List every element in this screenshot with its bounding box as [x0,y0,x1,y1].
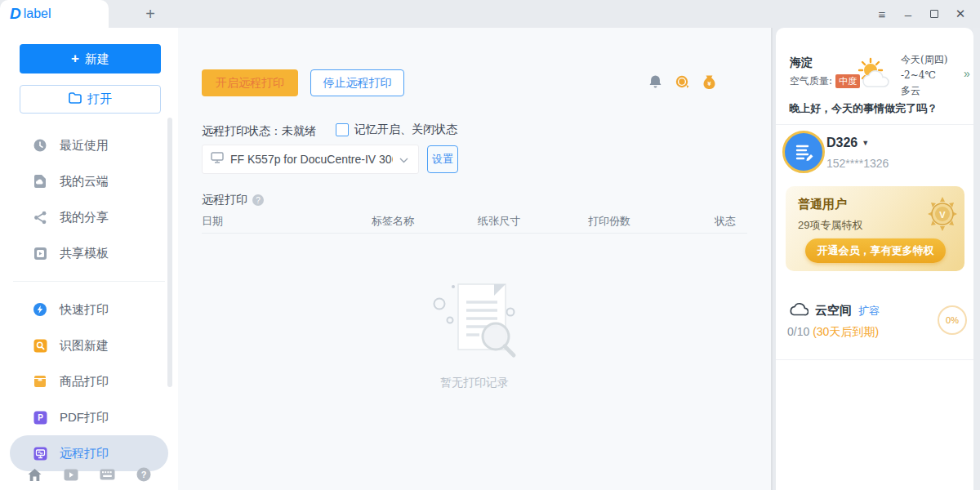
weather-city: 海淀 [790,56,813,70]
avatar[interactable] [782,131,825,173]
titlebar: D label + ≡ – ✕ [0,0,980,28]
scan-magnifier-icon [33,338,47,353]
sidebar-bottom-bar: ? [0,461,178,488]
logo-text: label [24,7,51,21]
help-icon[interactable]: ? [136,466,152,483]
window-controls: ≡ – ✕ [869,0,973,28]
sidebar-item-my-cloud[interactable]: 我的云端 [0,163,178,199]
clock-icon [33,138,47,153]
remote-print-icon [33,446,47,461]
close-button[interactable]: ✕ [947,0,973,28]
cloud-icon [789,302,808,319]
sidebar-item-label: PDF打印 [60,410,109,425]
status-value: 未就绪 [282,124,316,139]
sidebar-item-scan-create[interactable]: 识图新建 [0,327,178,363]
remember-state-label: 记忆开启、关闭状态 [354,122,457,137]
printer-select-value: FF K557p for DocuCentre-IV 3065 [230,153,393,166]
section-help-icon[interactable]: ? [252,194,264,206]
sidebar-item-shared-templates[interactable]: 共享模板 [0,235,178,271]
sidebar-item-goods-print[interactable]: 商品打印 [0,363,178,399]
package-icon [33,374,47,389]
user-section: D326 ▼ 152****1326 [776,125,973,185]
collapse-panel-icon[interactable]: » [964,67,970,80]
column-header-status: 状态 [715,214,736,229]
empty-document-illustration [425,356,523,370]
sidebar-item-pdf-print[interactable]: P PDF打印 [0,399,178,435]
sidebar-item-label: 共享模板 [60,246,109,261]
print-records-table-header: 日期 标签名称 纸张尺寸 打印份数 状态 [202,214,747,234]
air-quality: 空气质量: 中度 [790,74,860,88]
sidebar-scrollbar[interactable] [167,118,172,387]
sidebar-item-label: 我的分享 [60,210,109,225]
svg-text:¥: ¥ [707,80,711,87]
sidebar-item-recent[interactable]: 最近使用 [0,127,178,163]
sidebar-item-quick-print[interactable]: 快速打印 [0,292,178,327]
notification-bell-icon[interactable] [647,74,663,90]
sidebar-item-label: 快速打印 [60,302,109,318]
sidebar-item-label: 识图新建 [60,338,109,354]
empty-state-text: 暂无打印记录 [425,376,523,390]
sidebar: + 新建 打开 最近使用 我的云端 [0,28,178,490]
open-file-button[interactable]: 打开 [20,85,161,114]
maximize-button[interactable] [921,0,947,28]
column-header-copies: 打印份数 [588,214,630,229]
sidebar-nav: 最近使用 我的云端 我的分享 共享模板 [0,127,178,471]
money-bag-icon[interactable]: ¥ [701,74,717,90]
printer-settings-button[interactable]: 设置 [427,145,458,173]
minimize-button[interactable]: – [895,0,921,28]
start-remote-print-button[interactable]: 开启远程打印 [202,69,298,96]
sidebar-item-label: 我的云端 [60,174,109,189]
sun-cloud-icon [854,57,897,93]
empty-state: 暂无打印记录 [425,273,523,390]
status-label: 远程打印状态： [202,124,282,139]
upgrade-membership-button[interactable]: 开通会员，享有更多特权 [805,238,946,263]
member-privileges: 29项专属特权 [798,218,862,233]
sidebar-divider [13,281,165,282]
membership-card: 普通用户 29项专属特权 V 开通会员，享有更多特权 [786,186,964,271]
coin-points-icon[interactable] [674,74,690,90]
plus-icon: + [71,51,79,67]
cloud-space-title: 云空间 [815,303,852,318]
menu-icon[interactable]: ≡ [869,0,895,28]
monitor-icon [211,152,224,167]
new-tab-button[interactable]: + [139,3,162,24]
window-right-scroll-strip [973,28,980,490]
maximize-icon [930,10,938,18]
keyboard-icon[interactable] [99,466,115,483]
svg-text:P: P [38,413,43,422]
new-document-button[interactable]: + 新建 [20,44,161,74]
divider [776,359,973,360]
cloud-usage-percent: 0% [946,315,959,325]
weather-condition: 多云 [901,83,947,99]
video-icon[interactable] [63,466,79,483]
share-icon [33,210,47,225]
svg-text:V: V [939,210,946,220]
column-header-label-name: 标签名称 [372,214,414,229]
sidebar-item-my-shares[interactable]: 我的分享 [0,199,178,235]
user-dropdown-caret-icon: ▼ [862,139,869,147]
main-top-icons: ¥ [647,74,717,90]
folder-icon [69,92,82,106]
lightning-icon [33,302,47,317]
remember-state-checkbox[interactable] [336,123,349,136]
vip-medal-icon: V [926,197,959,234]
username[interactable]: D326 ▼ [826,136,869,150]
cloud-usage-progress-ring: 0% [938,305,967,335]
user-phone: 152****1326 [826,157,889,170]
home-icon[interactable] [26,466,42,483]
remote-print-status: 远程打印状态： 未就绪 [202,124,316,139]
app-tab[interactable]: D label [0,0,109,28]
greeting-text: 晚上好，今天的事情做完了吗？ [789,101,938,116]
chevron-down-icon [399,152,408,167]
main-content: ¥ 开启远程打印 停止远程打印 远程打印状态： 未就绪 记忆开启、关闭状态 FF… [178,28,771,490]
printer-select[interactable]: FF K557p for DocuCentre-IV 3065 [202,145,419,174]
logo-icon: D [10,5,20,23]
template-icon [33,246,47,261]
weather-date: 今天(周四) [901,52,947,68]
cloud-usage: 0/10 [787,325,809,338]
stop-remote-print-button[interactable]: 停止远程打印 [310,69,404,96]
pdf-icon: P [33,410,47,425]
expand-storage-link[interactable]: 扩容 [858,304,880,318]
cloud-space-section: 云空间 扩容 0/10 (30天后到期) 0% [776,283,973,359]
right-panel: 海淀 空气质量: 中度 今天(周四) [776,28,973,490]
